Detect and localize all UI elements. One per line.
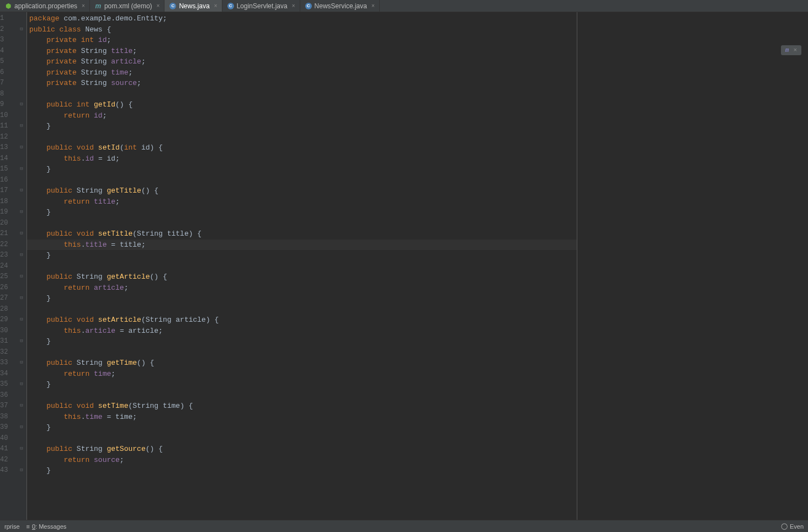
fold-toggle-icon[interactable]: ⊟ xyxy=(17,336,26,347)
line-number[interactable]: 8 xyxy=(0,89,12,100)
line-number[interactable]: 28 xyxy=(0,304,12,315)
line-number[interactable]: 18 xyxy=(0,196,12,208)
code-line[interactable]: } xyxy=(27,207,577,218)
line-number[interactable]: 3 xyxy=(0,35,12,46)
line-number[interactable]: 42 xyxy=(0,455,12,466)
code-line[interactable]: } xyxy=(27,336,577,347)
line-number[interactable]: 32 xyxy=(0,347,12,358)
line-number[interactable]: 6 xyxy=(0,67,12,78)
code-line[interactable]: this.id = id; xyxy=(27,153,577,164)
code-line[interactable]: public String getTime() { xyxy=(27,358,577,369)
fold-toggle-icon[interactable]: ⊟ xyxy=(17,142,26,153)
code-line[interactable]: public void setArticle(String article) { xyxy=(27,315,577,326)
line-number[interactable]: 23 xyxy=(0,250,12,261)
line-number[interactable]: 17 xyxy=(0,185,12,196)
fold-toggle-icon[interactable]: ⊟ xyxy=(17,24,26,35)
code-line[interactable] xyxy=(27,132,577,143)
line-number[interactable]: 37 xyxy=(0,401,12,412)
editor-tab[interactable]: ⬢application.properties× xyxy=(0,0,90,12)
fold-toggle-icon[interactable]: ⊟ xyxy=(17,250,26,261)
code-line[interactable]: public void setTitle(String title) { xyxy=(27,228,577,240)
fold-toggle-icon[interactable]: ⊟ xyxy=(17,358,26,369)
fold-toggle-icon[interactable]: ⊟ xyxy=(17,315,26,326)
fold-toggle-icon[interactable]: ⊟ xyxy=(17,272,26,283)
code-line[interactable]: } xyxy=(27,379,577,390)
code-content[interactable]: package com.example.demo.Entity;public c… xyxy=(27,12,577,520)
code-line[interactable] xyxy=(27,433,577,444)
code-line[interactable] xyxy=(27,261,577,272)
code-line[interactable] xyxy=(27,218,577,229)
code-line[interactable]: private String time; xyxy=(27,67,577,78)
code-line[interactable]: this.title = title; xyxy=(27,240,577,251)
close-icon[interactable]: × xyxy=(82,3,85,9)
editor-tab[interactable]: CLoginServlet.java× xyxy=(222,0,300,12)
fold-toggle-icon[interactable]: ⊟ xyxy=(17,207,26,218)
line-number[interactable]: 29 xyxy=(0,315,12,326)
line-number[interactable]: 27 xyxy=(0,293,12,304)
code-line[interactable]: private int id; xyxy=(27,35,577,46)
fold-toggle-icon[interactable]: ⊟ xyxy=(17,379,26,390)
line-number[interactable]: 39 xyxy=(0,422,12,433)
fold-toggle-icon[interactable]: ⊟ xyxy=(17,293,26,304)
line-number[interactable]: 34 xyxy=(0,369,12,380)
line-number[interactable]: 43 xyxy=(0,465,12,476)
line-number[interactable]: 10 xyxy=(0,110,12,121)
code-line[interactable] xyxy=(27,304,577,315)
line-number[interactable]: 15 xyxy=(0,164,12,175)
line-number[interactable]: 7 xyxy=(0,78,12,89)
line-number[interactable]: 20 xyxy=(0,218,12,229)
event-log-button[interactable]: ◯ Even xyxy=(781,523,804,530)
code-line[interactable]: private String title; xyxy=(27,46,577,57)
fold-toggle-icon[interactable]: ⊟ xyxy=(17,121,26,132)
line-number[interactable]: 25 xyxy=(0,272,12,283)
line-number[interactable]: 41 xyxy=(0,444,12,455)
code-line[interactable]: public void setId(int id) { xyxy=(27,142,577,153)
code-line[interactable] xyxy=(27,347,577,358)
close-icon[interactable]: × xyxy=(214,3,217,9)
fold-toggle-icon[interactable]: ⊟ xyxy=(17,422,26,433)
code-line[interactable]: this.time = time; xyxy=(27,412,577,423)
line-number[interactable]: 22 xyxy=(0,240,12,251)
line-number[interactable]: 35 xyxy=(0,379,12,390)
close-icon[interactable]: × xyxy=(793,47,797,54)
close-icon[interactable]: × xyxy=(371,3,375,9)
line-number[interactable]: 40 xyxy=(0,433,12,444)
code-line[interactable] xyxy=(27,89,577,100)
code-line[interactable]: return article; xyxy=(27,283,577,294)
close-icon[interactable]: × xyxy=(292,3,295,9)
line-number[interactable]: 5 xyxy=(0,56,12,67)
code-line[interactable]: } xyxy=(27,465,577,476)
editor-tab[interactable]: CNewsService.java× xyxy=(300,0,380,12)
fold-toggle-icon[interactable]: ⊟ xyxy=(17,444,26,455)
line-number[interactable]: 21 xyxy=(0,228,12,240)
code-line[interactable] xyxy=(27,175,577,186)
code-line[interactable]: this.article = article; xyxy=(27,326,577,337)
line-number[interactable]: 14 xyxy=(0,153,12,164)
code-line[interactable]: public void setTime(String time) { xyxy=(27,401,577,412)
line-number[interactable]: 36 xyxy=(0,390,12,401)
line-number[interactable]: 30 xyxy=(0,326,12,337)
line-number[interactable]: 2 xyxy=(0,24,12,35)
fold-toggle-icon[interactable]: ⊟ xyxy=(17,228,26,240)
editor-tab[interactable]: CNews.java× xyxy=(164,0,222,12)
line-number[interactable]: 24 xyxy=(0,261,12,272)
code-line[interactable] xyxy=(27,390,577,401)
code-line[interactable]: private String article; xyxy=(27,56,577,67)
fold-toggle-icon[interactable]: ⊟ xyxy=(17,401,26,412)
fold-toggle-icon[interactable]: ⊟ xyxy=(17,99,26,110)
code-line[interactable]: public int getId() { xyxy=(27,99,577,110)
code-line[interactable]: private String source; xyxy=(27,78,577,89)
code-line[interactable]: public String getArticle() { xyxy=(27,272,577,283)
minimap-badge[interactable]: m × xyxy=(781,45,801,55)
code-line[interactable]: public class News { xyxy=(27,24,577,35)
code-line[interactable]: public String getSource() { xyxy=(27,444,577,455)
code-line[interactable]: return source; xyxy=(27,455,577,466)
editor-tab[interactable]: mpom.xml (demo)× xyxy=(90,0,165,12)
line-number[interactable]: 12 xyxy=(0,132,12,143)
code-line[interactable]: } xyxy=(27,121,577,132)
code-line[interactable]: package com.example.demo.Entity; xyxy=(27,13,577,24)
messages-tool-button[interactable]: ≡ 0: Messages xyxy=(26,523,67,530)
code-line[interactable]: } xyxy=(27,293,577,304)
line-number[interactable]: 31 xyxy=(0,336,12,347)
code-line[interactable]: } xyxy=(27,164,577,175)
